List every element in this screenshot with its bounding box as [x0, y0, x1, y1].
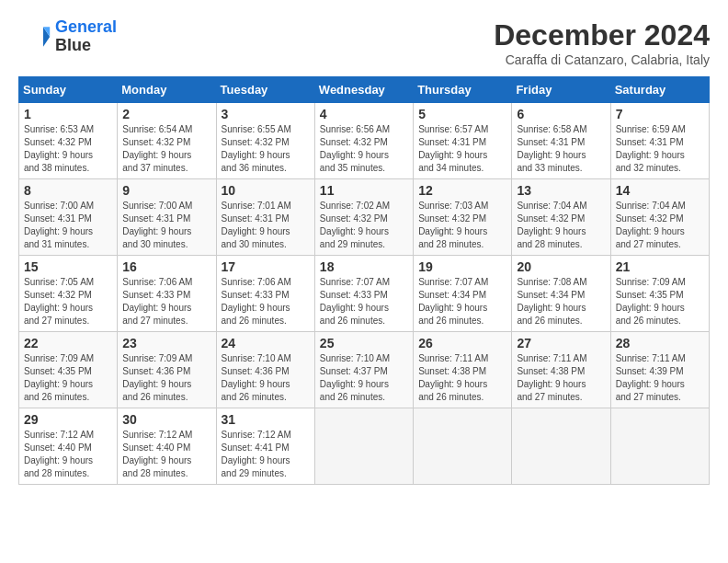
- day-info: Sunrise: 7:12 AM Sunset: 4:40 PM Dayligh…: [122, 429, 210, 480]
- header-cell-tuesday: Tuesday: [216, 77, 314, 103]
- day-info: Sunrise: 7:12 AM Sunset: 4:41 PM Dayligh…: [222, 429, 310, 480]
- calendar-body: 1Sunrise: 6:53 AM Sunset: 4:32 PM Daylig…: [19, 103, 710, 485]
- calendar-cell: 10Sunrise: 7:01 AM Sunset: 4:31 PM Dayli…: [216, 179, 314, 256]
- day-info: Sunrise: 7:00 AM Sunset: 4:31 PM Dayligh…: [122, 200, 210, 251]
- day-info: Sunrise: 7:11 AM Sunset: 4:38 PM Dayligh…: [418, 352, 506, 404]
- day-number: 8: [24, 183, 112, 198]
- header-cell-saturday: Saturday: [610, 77, 709, 103]
- calendar-week-1: 1Sunrise: 6:53 AM Sunset: 4:32 PM Daylig…: [19, 103, 710, 179]
- day-number: 7: [616, 107, 704, 121]
- header: General Blue December 2024 Caraffa di Ca…: [18, 18, 710, 67]
- calendar-cell: 22Sunrise: 7:09 AM Sunset: 4:35 PM Dayli…: [19, 332, 118, 408]
- day-number: 15: [24, 259, 112, 274]
- day-number: 21: [616, 259, 704, 274]
- day-number: 16: [122, 259, 210, 274]
- day-info: Sunrise: 6:53 AM Sunset: 4:32 PM Dayligh…: [24, 123, 112, 175]
- day-number: 26: [418, 336, 506, 350]
- calendar-cell: 17Sunrise: 7:06 AM Sunset: 4:33 PM Dayli…: [216, 256, 314, 332]
- day-info: Sunrise: 7:07 AM Sunset: 4:34 PM Dayligh…: [418, 276, 506, 327]
- day-info: Sunrise: 7:06 AM Sunset: 4:33 PM Dayligh…: [222, 276, 310, 327]
- calendar-cell: 18Sunrise: 7:07 AM Sunset: 4:33 PM Dayli…: [314, 256, 413, 332]
- page-container: General Blue December 2024 Caraffa di Ca…: [18, 18, 710, 485]
- calendar-cell: 26Sunrise: 7:11 AM Sunset: 4:38 PM Dayli…: [414, 332, 512, 408]
- day-info: Sunrise: 7:10 AM Sunset: 4:37 PM Dayligh…: [320, 352, 408, 404]
- day-number: 4: [320, 107, 408, 121]
- calendar-cell: 1Sunrise: 6:53 AM Sunset: 4:32 PM Daylig…: [19, 103, 118, 179]
- day-number: 18: [320, 259, 408, 274]
- title-section: December 2024 Caraffa di Catanzaro, Cala…: [494, 18, 710, 67]
- day-number: 6: [517, 107, 605, 121]
- day-number: 12: [418, 183, 506, 198]
- day-number: 25: [320, 336, 408, 350]
- day-info: Sunrise: 6:56 AM Sunset: 4:32 PM Dayligh…: [320, 123, 408, 175]
- day-number: 23: [122, 336, 210, 350]
- day-info: Sunrise: 7:09 AM Sunset: 4:35 PM Dayligh…: [616, 276, 704, 327]
- logo: General Blue: [18, 18, 117, 55]
- day-number: 24: [222, 336, 310, 350]
- calendar-cell: [414, 408, 512, 485]
- day-info: Sunrise: 7:00 AM Sunset: 4:31 PM Dayligh…: [24, 200, 112, 251]
- day-number: 19: [418, 259, 506, 274]
- calendar-subtitle: Caraffa di Catanzaro, Calabria, Italy: [494, 52, 710, 67]
- day-number: 20: [517, 259, 605, 274]
- day-info: Sunrise: 6:57 AM Sunset: 4:31 PM Dayligh…: [418, 123, 506, 175]
- calendar-cell: 4Sunrise: 6:56 AM Sunset: 4:32 PM Daylig…: [314, 103, 413, 179]
- day-info: Sunrise: 7:08 AM Sunset: 4:34 PM Dayligh…: [517, 276, 605, 327]
- calendar-cell: 28Sunrise: 7:11 AM Sunset: 4:39 PM Dayli…: [610, 332, 709, 408]
- header-cell-thursday: Thursday: [414, 77, 512, 103]
- day-info: Sunrise: 7:01 AM Sunset: 4:31 PM Dayligh…: [222, 200, 310, 251]
- day-info: Sunrise: 7:12 AM Sunset: 4:40 PM Dayligh…: [24, 429, 112, 480]
- day-info: Sunrise: 6:55 AM Sunset: 4:32 PM Dayligh…: [222, 123, 310, 175]
- day-number: 27: [517, 336, 605, 350]
- day-info: Sunrise: 7:03 AM Sunset: 4:32 PM Dayligh…: [418, 200, 506, 251]
- day-number: 9: [122, 183, 210, 198]
- calendar-cell: 20Sunrise: 7:08 AM Sunset: 4:34 PM Dayli…: [512, 256, 610, 332]
- day-number: 14: [616, 183, 704, 198]
- calendar-header: SundayMondayTuesdayWednesdayThursdayFrid…: [19, 77, 710, 103]
- header-cell-sunday: Sunday: [19, 77, 118, 103]
- calendar-cell: 19Sunrise: 7:07 AM Sunset: 4:34 PM Dayli…: [414, 256, 512, 332]
- header-cell-wednesday: Wednesday: [314, 77, 413, 103]
- day-info: Sunrise: 7:07 AM Sunset: 4:33 PM Dayligh…: [320, 276, 408, 327]
- calendar-title: December 2024: [494, 18, 710, 52]
- calendar-cell: 3Sunrise: 6:55 AM Sunset: 4:32 PM Daylig…: [216, 103, 314, 179]
- day-number: 17: [222, 259, 310, 274]
- logo-icon: [18, 20, 51, 53]
- day-info: Sunrise: 7:05 AM Sunset: 4:32 PM Dayligh…: [24, 276, 112, 327]
- calendar-cell: 30Sunrise: 7:12 AM Sunset: 4:40 PM Dayli…: [118, 408, 216, 485]
- calendar-cell: 12Sunrise: 7:03 AM Sunset: 4:32 PM Dayli…: [414, 179, 512, 256]
- day-number: 13: [517, 183, 605, 198]
- day-info: Sunrise: 7:11 AM Sunset: 4:39 PM Dayligh…: [616, 352, 704, 404]
- calendar-cell: 29Sunrise: 7:12 AM Sunset: 4:40 PM Dayli…: [19, 408, 118, 485]
- day-number: 28: [616, 336, 704, 350]
- calendar-cell: 8Sunrise: 7:00 AM Sunset: 4:31 PM Daylig…: [19, 179, 118, 256]
- calendar-cell: 16Sunrise: 7:06 AM Sunset: 4:33 PM Dayli…: [118, 256, 216, 332]
- header-row: SundayMondayTuesdayWednesdayThursdayFrid…: [19, 77, 710, 103]
- calendar-cell: 25Sunrise: 7:10 AM Sunset: 4:37 PM Dayli…: [314, 332, 413, 408]
- calendar-cell: 24Sunrise: 7:10 AM Sunset: 4:36 PM Dayli…: [216, 332, 314, 408]
- calendar-cell: 6Sunrise: 6:58 AM Sunset: 4:31 PM Daylig…: [512, 103, 610, 179]
- calendar-cell: 9Sunrise: 7:00 AM Sunset: 4:31 PM Daylig…: [118, 179, 216, 256]
- day-number: 31: [222, 412, 310, 427]
- calendar-cell: 31Sunrise: 7:12 AM Sunset: 4:41 PM Dayli…: [216, 408, 314, 485]
- day-info: Sunrise: 7:04 AM Sunset: 4:32 PM Dayligh…: [616, 200, 704, 251]
- calendar-week-3: 15Sunrise: 7:05 AM Sunset: 4:32 PM Dayli…: [19, 256, 710, 332]
- day-number: 5: [418, 107, 506, 121]
- calendar-cell: 2Sunrise: 6:54 AM Sunset: 4:32 PM Daylig…: [118, 103, 216, 179]
- calendar-week-5: 29Sunrise: 7:12 AM Sunset: 4:40 PM Dayli…: [19, 408, 710, 485]
- day-number: 22: [24, 336, 112, 350]
- calendar-cell: [610, 408, 709, 485]
- header-cell-friday: Friday: [512, 77, 610, 103]
- calendar-cell: 15Sunrise: 7:05 AM Sunset: 4:32 PM Dayli…: [19, 256, 118, 332]
- day-info: Sunrise: 6:54 AM Sunset: 4:32 PM Dayligh…: [122, 123, 210, 175]
- day-info: Sunrise: 7:09 AM Sunset: 4:35 PM Dayligh…: [24, 352, 112, 404]
- day-info: Sunrise: 7:10 AM Sunset: 4:36 PM Dayligh…: [222, 352, 310, 404]
- calendar-cell: 21Sunrise: 7:09 AM Sunset: 4:35 PM Dayli…: [610, 256, 709, 332]
- logo-text: General Blue: [55, 18, 117, 55]
- day-info: Sunrise: 7:04 AM Sunset: 4:32 PM Dayligh…: [517, 200, 605, 251]
- calendar-cell: 7Sunrise: 6:59 AM Sunset: 4:31 PM Daylig…: [610, 103, 709, 179]
- calendar-cell: 23Sunrise: 7:09 AM Sunset: 4:36 PM Dayli…: [118, 332, 216, 408]
- day-info: Sunrise: 7:06 AM Sunset: 4:33 PM Dayligh…: [122, 276, 210, 327]
- calendar-week-4: 22Sunrise: 7:09 AM Sunset: 4:35 PM Dayli…: [19, 332, 710, 408]
- day-number: 3: [222, 107, 310, 121]
